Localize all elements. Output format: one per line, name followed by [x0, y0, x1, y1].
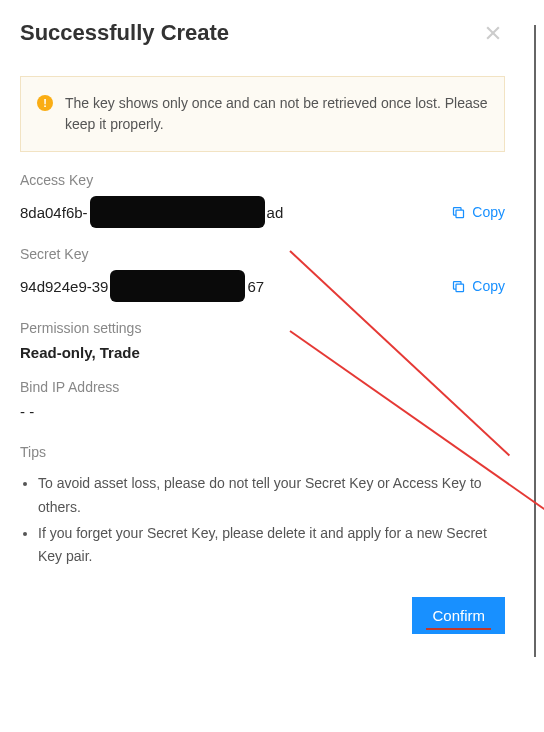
modal-title: Successfully Create — [20, 20, 229, 46]
permission-label: Permission settings — [20, 320, 505, 336]
tips-list: To avoid asset loss, please do not tell … — [20, 472, 505, 569]
secret-key-suffix: 67 — [247, 278, 264, 295]
secret-key-field: Secret Key 94d924e9-39 67 Copy — [20, 246, 505, 302]
bind-ip-value: - - — [20, 403, 505, 420]
vertical-divider — [534, 25, 536, 657]
annotation-underline — [426, 628, 491, 630]
copy-label: Copy — [472, 204, 505, 220]
copy-label: Copy — [472, 278, 505, 294]
warning-icon: ! — [37, 95, 53, 111]
secret-key-label: Secret Key — [20, 246, 505, 262]
copy-icon — [451, 279, 466, 294]
permission-field: Permission settings Read-only, Trade — [20, 320, 505, 361]
permission-value: Read-only, Trade — [20, 344, 505, 361]
tips-label: Tips — [20, 444, 505, 460]
modal-footer: Confirm — [20, 597, 505, 634]
confirm-label: Confirm — [432, 607, 485, 624]
access-key-label: Access Key — [20, 172, 505, 188]
modal-container: Successfully Create ! The key shows only… — [0, 0, 525, 654]
warning-text: The key shows only once and can not be r… — [65, 93, 488, 135]
tips-item: If you forget your Secret Key, please de… — [38, 522, 505, 570]
close-icon — [483, 23, 503, 43]
copy-access-key-button[interactable]: Copy — [451, 204, 505, 220]
copy-icon — [451, 205, 466, 220]
tips-item: To avoid asset loss, please do not tell … — [38, 472, 505, 520]
svg-rect-2 — [456, 210, 464, 218]
copy-secret-key-button[interactable]: Copy — [451, 278, 505, 294]
secret-key-value: 94d924e9-39 67 — [20, 270, 264, 302]
tips-section: Tips To avoid asset loss, please do not … — [20, 444, 505, 569]
access-key-prefix: 8da04f6b- — [20, 204, 88, 221]
svg-rect-3 — [456, 284, 464, 292]
access-key-suffix: ad — [267, 204, 284, 221]
close-button[interactable] — [481, 21, 505, 45]
modal-header: Successfully Create — [20, 20, 505, 46]
redaction-block — [90, 196, 265, 228]
warning-alert: ! The key shows only once and can not be… — [20, 76, 505, 152]
access-key-field: Access Key 8da04f6b- ad Copy — [20, 172, 505, 228]
access-key-value: 8da04f6b- ad — [20, 196, 283, 228]
confirm-button[interactable]: Confirm — [412, 597, 505, 634]
redaction-block — [110, 270, 245, 302]
secret-key-prefix: 94d924e9-39 — [20, 278, 108, 295]
